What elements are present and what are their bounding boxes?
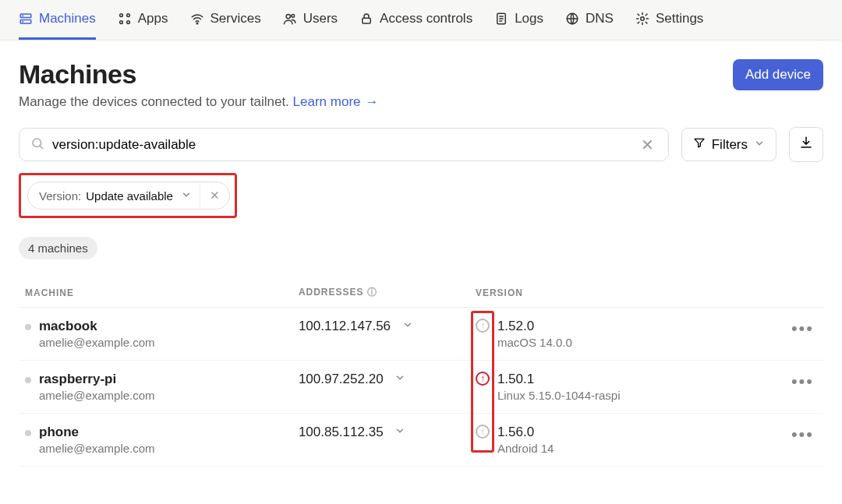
- version-number: 1.56.0: [497, 425, 554, 440]
- nav-access-controls[interactable]: Access controls: [359, 11, 472, 40]
- nav-label: Settings: [656, 11, 703, 26]
- row-actions-menu[interactable]: •••: [775, 308, 823, 361]
- svg-point-4: [119, 14, 122, 17]
- remove-chip-icon[interactable]: ✕: [200, 182, 229, 209]
- nav-apps[interactable]: Apps: [118, 11, 168, 40]
- chevron-down-icon[interactable]: [402, 319, 413, 333]
- col-machine: MACHINE: [19, 278, 292, 308]
- nav-label: Apps: [138, 11, 168, 26]
- ip-address: 100.85.112.35: [299, 425, 384, 439]
- nav-users[interactable]: Users: [283, 11, 338, 40]
- filter-chip-version[interactable]: Version: Update available ✕: [27, 182, 230, 210]
- version-os: Android 14: [497, 442, 554, 455]
- nav-label: Access controls: [380, 11, 472, 26]
- learn-more-link[interactable]: Learn more→: [293, 94, 379, 109]
- svg-point-15: [33, 139, 41, 147]
- filter-icon: [693, 136, 706, 153]
- status-dot: [25, 324, 31, 330]
- nav-services[interactable]: Services: [190, 11, 261, 40]
- nav-label: Machines: [39, 11, 96, 26]
- update-available-icon[interactable]: ↑: [476, 372, 490, 386]
- search-icon: [30, 136, 44, 153]
- machine-name: raspberry-pi: [39, 372, 116, 386]
- version-os: Linux 5.15.0-1044-raspi: [497, 389, 621, 402]
- search-input[interactable]: [52, 137, 630, 153]
- version-os: macOS 14.0.0: [497, 336, 572, 349]
- download-button[interactable]: [789, 127, 823, 162]
- update-available-icon[interactable]: ↑: [476, 319, 490, 333]
- machines-table: MACHINE ADDRESSESⓘ VERSION macbook ameli…: [19, 278, 823, 467]
- server-icon: [19, 12, 33, 26]
- status-dot: [25, 377, 31, 383]
- nav-logs[interactable]: Logs: [494, 11, 543, 40]
- row-actions-menu[interactable]: •••: [775, 414, 823, 467]
- col-version: VERSION: [469, 278, 775, 308]
- lock-icon: [359, 12, 373, 26]
- chevron-down-icon[interactable]: [394, 425, 405, 439]
- chevron-down-icon[interactable]: [394, 372, 405, 386]
- search-box[interactable]: ✕: [19, 128, 669, 161]
- clear-search-icon[interactable]: ✕: [638, 137, 657, 153]
- svg-point-5: [126, 14, 129, 17]
- logs-icon: [494, 12, 508, 26]
- row-actions-menu[interactable]: •••: [775, 361, 823, 414]
- add-device-button[interactable]: Add device: [733, 59, 823, 90]
- apps-icon: [118, 12, 132, 26]
- wifi-icon: [190, 12, 204, 26]
- nav-settings[interactable]: Settings: [635, 11, 703, 40]
- version-number: 1.52.0: [497, 319, 572, 334]
- machine-name: phone: [39, 425, 79, 439]
- machine-name: macbook: [39, 319, 97, 333]
- machine-owner: amelie@example.com: [39, 442, 286, 455]
- info-icon[interactable]: ⓘ: [367, 287, 377, 298]
- filters-button[interactable]: Filters: [681, 128, 777, 161]
- page-subtitle: Manage the devices connected to your tai…: [19, 94, 379, 110]
- update-available-icon[interactable]: ↑: [476, 425, 490, 439]
- top-nav: Machines Apps Services Users Access cont…: [0, 0, 842, 41]
- users-icon: [283, 12, 297, 26]
- machine-owner: amelie@example.com: [39, 336, 286, 349]
- arrow-right-icon: →: [366, 94, 379, 109]
- machine-owner: amelie@example.com: [39, 389, 286, 402]
- nav-label: Logs: [515, 11, 543, 26]
- svg-point-6: [119, 21, 122, 24]
- nav-label: DNS: [586, 11, 614, 26]
- table-row[interactable]: phone amelie@example.com 100.85.112.35 ↑…: [19, 414, 823, 467]
- download-icon: [799, 136, 813, 153]
- svg-point-7: [126, 21, 129, 24]
- svg-rect-11: [363, 18, 371, 23]
- table-row[interactable]: macbook amelie@example.com 100.112.147.5…: [19, 308, 823, 361]
- table-row[interactable]: raspberry-pi amelie@example.com 100.97.2…: [19, 361, 823, 414]
- chip-value: Update available: [86, 189, 173, 203]
- ip-address: 100.97.252.20: [299, 372, 384, 386]
- version-number: 1.50.1: [497, 372, 621, 387]
- svg-point-8: [196, 23, 198, 24]
- gear-icon: [635, 12, 649, 26]
- chevron-down-icon[interactable]: [181, 189, 192, 203]
- svg-point-3: [23, 21, 23, 22]
- globe-icon: [565, 12, 579, 26]
- col-addresses: ADDRESSESⓘ: [292, 278, 469, 308]
- filter-chip-highlight: Version: Update available ✕: [19, 173, 237, 218]
- chevron-down-icon: [754, 137, 765, 153]
- result-count: 4 machines: [19, 237, 97, 259]
- nav-machines[interactable]: Machines: [19, 11, 96, 40]
- svg-point-9: [286, 14, 290, 18]
- chip-label: Version:: [39, 189, 81, 203]
- svg-point-14: [641, 17, 645, 21]
- ip-address: 100.112.147.56: [299, 319, 391, 333]
- status-dot: [25, 430, 31, 436]
- page-title: Machines: [19, 59, 379, 90]
- nav-label: Users: [303, 11, 338, 26]
- nav-dns[interactable]: DNS: [565, 11, 614, 40]
- svg-point-2: [23, 16, 23, 16]
- svg-point-10: [292, 14, 295, 17]
- nav-label: Services: [210, 11, 261, 26]
